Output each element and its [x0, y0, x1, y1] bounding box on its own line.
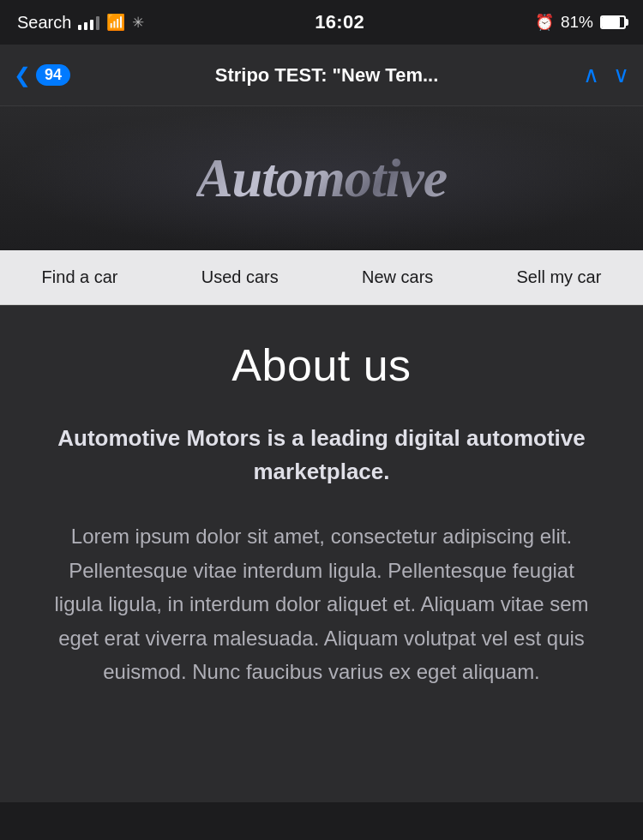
status-time: 16:02 [315, 11, 364, 33]
brand-logo: Automotive [196, 147, 447, 210]
nav-title: Stripo TEST: "New Tem... [81, 64, 573, 87]
loading-icon: ✳ [132, 14, 144, 32]
about-body: Lorem ipsum dolor sit amet, consectetur … [34, 519, 609, 689]
status-left: Search 📶 ✳ [17, 13, 144, 33]
battery-pct: 81% [561, 13, 593, 32]
nav-menu-sell-my-car[interactable]: Sell my car [509, 267, 608, 287]
nav-arrows: ∧ ∨ [583, 62, 629, 88]
nav-menu-find-a-car[interactable]: Find a car [35, 267, 125, 287]
carrier-text: Search [17, 13, 71, 33]
wifi-icon: 📶 [106, 13, 125, 32]
about-title: About us [34, 339, 609, 391]
status-right: ⏰ 81% [535, 13, 626, 32]
nav-menu: Find a car Used cars New cars Sell my ca… [0, 250, 643, 305]
nav-bar: ❮ 94 Stripo TEST: "New Tem... ∧ ∨ [0, 45, 643, 106]
battery-icon [600, 15, 626, 29]
nav-back-button[interactable]: ❮ 94 [14, 63, 70, 87]
nav-menu-used-cars[interactable]: Used cars [195, 267, 285, 287]
nav-badge: 94 [36, 64, 70, 86]
alarm-icon: ⏰ [535, 13, 554, 32]
about-subtitle: Automotive Motors is a leading digital a… [34, 422, 609, 489]
nav-menu-new-cars[interactable]: New cars [355, 267, 440, 287]
nav-down-arrow[interactable]: ∨ [613, 62, 629, 88]
main-content: About us Automotive Motors is a leading … [0, 305, 643, 802]
nav-up-arrow[interactable]: ∧ [583, 62, 599, 88]
hero-section: Automotive [0, 106, 643, 250]
status-bar: Search 📶 ✳ 16:02 ⏰ 81% [0, 0, 643, 45]
signal-icon [78, 15, 99, 30]
back-chevron-icon: ❮ [14, 63, 31, 87]
